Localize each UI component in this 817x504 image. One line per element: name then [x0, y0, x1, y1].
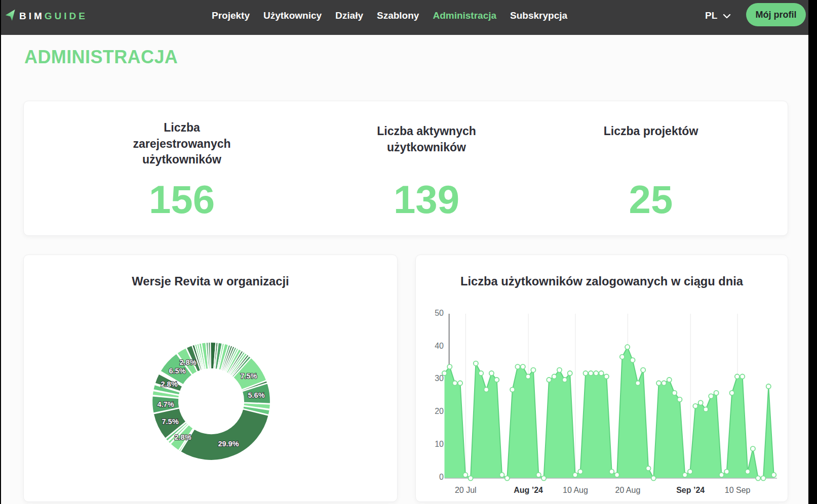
svg-text:10 Sep: 10 Sep [725, 486, 751, 494]
svg-text:50: 50 [435, 309, 444, 317]
svg-text:7.5%: 7.5% [162, 417, 178, 426]
svg-text:20 Aug: 20 Aug [615, 486, 640, 494]
svg-text:2.8%: 2.8% [179, 358, 196, 366]
svg-text:Aug ’24: Aug ’24 [514, 486, 543, 494]
svg-text:2.8%: 2.8% [174, 433, 191, 441]
svg-text:20: 20 [435, 407, 444, 415]
svg-text:4.7%: 4.7% [157, 400, 174, 408]
svg-text:10: 10 [435, 440, 444, 448]
svg-text:6.5%: 6.5% [169, 367, 185, 375]
svg-text:30: 30 [435, 374, 444, 383]
svg-text:0: 0 [439, 473, 444, 481]
svg-text:29.9%: 29.9% [218, 440, 239, 448]
svg-text:40: 40 [435, 342, 444, 350]
svg-text:7.5%: 7.5% [240, 372, 257, 380]
svg-text:10 Aug: 10 Aug [563, 486, 588, 494]
svg-text:5.6%: 5.6% [248, 391, 264, 399]
svg-text:20 Jul: 20 Jul [455, 486, 477, 494]
svg-text:2.8%: 2.8% [161, 380, 177, 388]
svg-text:Sep ’24: Sep ’24 [676, 486, 705, 494]
